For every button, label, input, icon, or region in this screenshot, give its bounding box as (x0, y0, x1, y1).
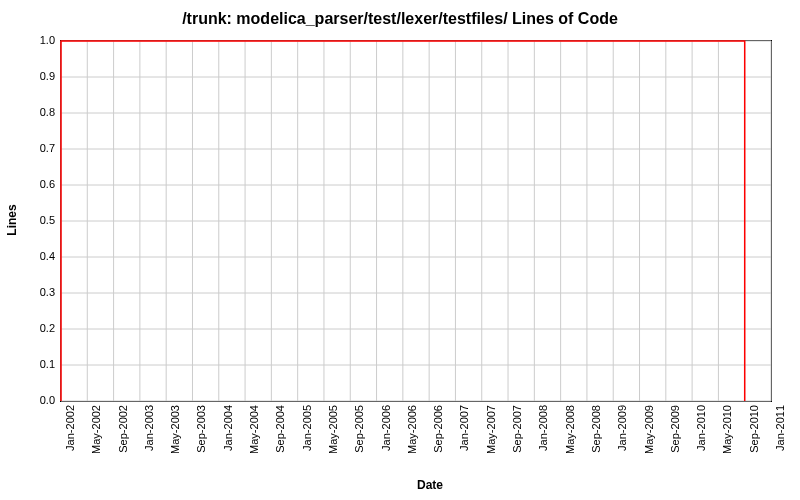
x-tick-label: Jan-2009 (616, 405, 628, 451)
y-tick-label: 0.0 (25, 394, 55, 406)
y-tick-label: 0.1 (25, 358, 55, 370)
x-tick-label: May-2007 (485, 405, 497, 454)
x-tick-label: Sep-2005 (353, 405, 365, 453)
grid-group (61, 41, 771, 401)
x-tick-label: Sep-2008 (590, 405, 602, 453)
x-tick-label: May-2010 (721, 405, 733, 454)
x-tick-label: Jan-2008 (537, 405, 549, 451)
x-tick-label: Jan-2002 (64, 405, 76, 451)
x-tick-label: May-2004 (248, 405, 260, 454)
x-tick-label: Jan-2006 (380, 405, 392, 451)
y-tick-label: 1.0 (25, 34, 55, 46)
plot-area (60, 40, 772, 402)
chart-container: /trunk: modelica_parser/test/lexer/testf… (0, 0, 800, 500)
y-tick-label: 0.7 (25, 142, 55, 154)
y-tick-label: 0.3 (25, 286, 55, 298)
y-tick-label: 0.9 (25, 70, 55, 82)
x-tick-label: Sep-2004 (274, 405, 286, 453)
y-tick-label: 0.8 (25, 106, 55, 118)
y-tick-label: 0.6 (25, 178, 55, 190)
y-tick-label: 0.5 (25, 214, 55, 226)
x-tick-label: May-2003 (169, 405, 181, 454)
x-tick-label: Sep-2006 (432, 405, 444, 453)
y-axis-label: Lines (5, 204, 19, 235)
x-tick-label: Sep-2007 (511, 405, 523, 453)
x-axis-label: Date (30, 478, 800, 492)
chart-svg (61, 41, 771, 401)
x-tick-label: May-2006 (406, 405, 418, 454)
x-tick-label: Sep-2009 (669, 405, 681, 453)
x-tick-label: Jan-2005 (301, 405, 313, 451)
x-tick-label: Jan-2010 (695, 405, 707, 451)
x-tick-label: Jan-2004 (222, 405, 234, 451)
x-tick-label: May-2002 (90, 405, 102, 454)
x-tick-label: May-2005 (327, 405, 339, 454)
x-tick-label: May-2009 (643, 405, 655, 454)
y-tick-label: 0.2 (25, 322, 55, 334)
y-tick-label: 0.4 (25, 250, 55, 262)
x-tick-label: Sep-2003 (195, 405, 207, 453)
x-tick-label: Sep-2002 (117, 405, 129, 453)
x-tick-label: Jan-2007 (458, 405, 470, 451)
x-tick-label: May-2008 (564, 405, 576, 454)
x-tick-label: Sep-2010 (748, 405, 760, 453)
x-tick-label: Jan-2003 (143, 405, 155, 451)
chart-title: /trunk: modelica_parser/test/lexer/testf… (0, 0, 800, 28)
x-tick-label: Jan-2011 (774, 405, 786, 451)
